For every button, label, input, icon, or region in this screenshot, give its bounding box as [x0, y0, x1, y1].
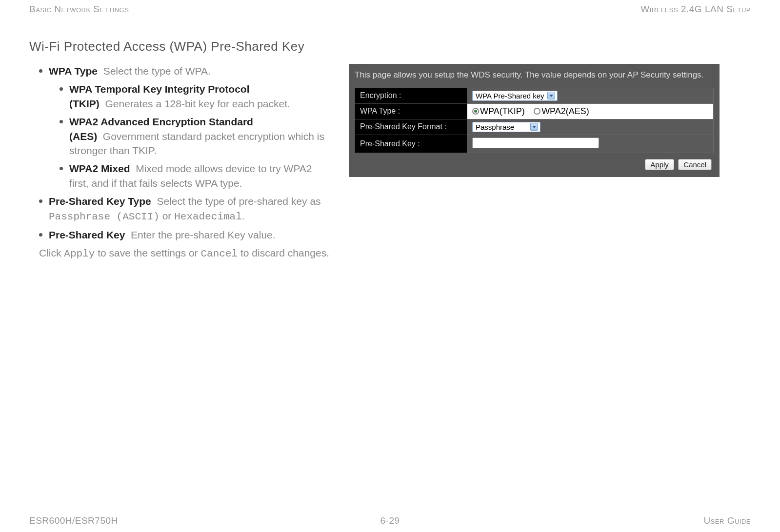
- after-pre: Click: [39, 247, 64, 258]
- label-psk: Pre-Shared Key :: [355, 135, 467, 153]
- radio-label-aes: WPA2(AES): [541, 106, 589, 116]
- chevron-down-icon: [530, 123, 538, 131]
- after-list-text: Click Apply to save the settings or Canc…: [29, 246, 334, 261]
- term-mixed: WPA2 Mixed: [69, 163, 130, 174]
- content-row: WPA Type Select the type of WPA. WPA Tem…: [29, 64, 751, 261]
- footer-center: 6-29: [380, 515, 400, 526]
- after-post: to discard changes.: [238, 247, 329, 258]
- psk-format-select-text: Passphrase: [476, 123, 514, 131]
- value-encryption: WPA Pre-Shared key: [467, 88, 714, 103]
- panel-button-row: Apply Cancel: [355, 159, 714, 170]
- header-right: Wireless 2.4G LAN Setup: [640, 4, 751, 15]
- item-psk-type: Pre-Shared Key Type Select the type of p…: [39, 194, 334, 224]
- desc-aes: Government standard packet encryption wh…: [69, 131, 324, 156]
- label-wpa-type: WPA Type :: [355, 103, 467, 119]
- cancel-button[interactable]: Cancel: [678, 159, 712, 170]
- footer-right: User Guide: [703, 515, 751, 526]
- row-encryption: Encryption : WPA Pre-Shared key: [355, 88, 714, 103]
- page-header: Basic Network Settings Wireless 2.4G LAN…: [29, 0, 751, 15]
- panel-intro: This page allows you setup the WDS secur…: [355, 70, 714, 81]
- row-wpa-type: WPA Type : WPA(TKIP) WPA2(AES): [355, 103, 714, 119]
- radio-label-tkip: WPA(TKIP): [480, 106, 525, 116]
- apply-button[interactable]: Apply: [645, 159, 674, 170]
- sub-list: WPA Temporal Key Integrity Protocol (TKI…: [49, 82, 334, 190]
- item-aes: WPA2 Advanced Encryption Standard (AES) …: [60, 115, 334, 158]
- item-tkip: WPA Temporal Key Integrity Protocol (TKI…: [60, 82, 334, 111]
- value-wpa-type: WPA(TKIP) WPA2(AES): [467, 103, 714, 119]
- term-wpa-type: WPA Type: [49, 65, 98, 77]
- item-psk: Pre-Shared Key Enter the pre-shared Key …: [39, 228, 334, 242]
- psk-type-opt1: Passphrase (ASCII): [49, 211, 160, 222]
- description-column: WPA Type Select the type of WPA. WPA Tem…: [29, 64, 334, 261]
- encryption-select[interactable]: WPA Pre-Shared key: [472, 91, 558, 101]
- label-encryption: Encryption :: [355, 88, 467, 103]
- value-psk: [467, 135, 714, 153]
- value-psk-format: Passphrase: [467, 119, 714, 135]
- radio-wpa-tkip[interactable]: [472, 108, 479, 115]
- chevron-down-icon: [547, 92, 555, 99]
- footer-left: ESR600H/ESR750H: [29, 515, 118, 526]
- row-psk-format: Pre-Shared Key Format : Passphrase: [355, 119, 714, 135]
- label-psk-format: Pre-Shared Key Format :: [355, 119, 467, 135]
- item-mixed: WPA2 Mixed Mixed mode allows device to t…: [60, 161, 334, 190]
- radio-wpa2-aes[interactable]: [534, 108, 540, 115]
- feature-list: WPA Type Select the type of WPA. WPA Tem…: [29, 64, 334, 242]
- psk-type-opt2: Hexadecimal: [174, 211, 242, 222]
- psk-format-select[interactable]: Passphrase: [472, 122, 540, 132]
- psk-input[interactable]: [472, 138, 599, 148]
- section-title: Wi-Fi Protected Access (WPA) Pre-Shared …: [29, 39, 751, 54]
- desc-wpa-type: Select the type of WPA.: [103, 65, 211, 77]
- desc-tkip: Generates a 128-bit key for each packet.: [105, 98, 290, 109]
- desc-psk-type-suffix: .: [242, 210, 245, 221]
- desc-psk-type-mid: or: [160, 210, 174, 221]
- row-psk: Pre-Shared Key :: [355, 135, 714, 153]
- after-mid: to save the settings or: [95, 247, 200, 258]
- after-apply: Apply: [64, 248, 95, 259]
- item-wpa-type: WPA Type Select the type of WPA. WPA Tem…: [39, 64, 334, 190]
- page-footer: ESR600H/ESR750H 6-29 User Guide: [29, 515, 751, 526]
- after-cancel: Cancel: [200, 248, 238, 259]
- term-psk: Pre-Shared Key: [49, 229, 125, 240]
- header-left: Basic Network Settings: [29, 4, 129, 15]
- desc-psk-type-pre: Select the type of pre-shared key as: [157, 196, 320, 207]
- config-panel: This page allows you setup the WDS secur…: [349, 64, 720, 177]
- desc-psk: Enter the pre-shared Key value.: [131, 229, 276, 240]
- term-psk-type: Pre-Shared Key Type: [49, 196, 151, 207]
- encryption-select-text: WPA Pre-Shared key: [476, 92, 544, 100]
- config-table: Encryption : WPA Pre-Shared key WPA Type…: [355, 88, 714, 153]
